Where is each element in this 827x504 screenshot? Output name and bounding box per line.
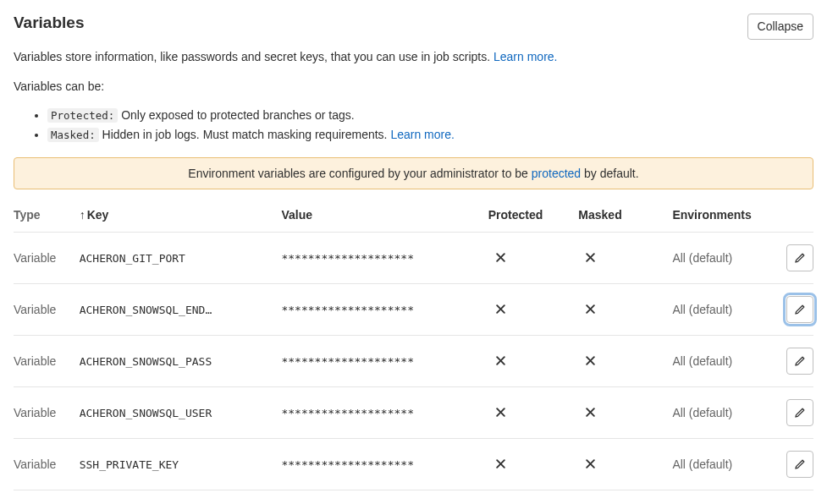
col-header-protected[interactable]: Protected: [488, 198, 579, 233]
col-header-actions: [776, 198, 813, 233]
protected-text: Only exposed to protected branches or ta…: [118, 108, 354, 122]
pencil-icon: [794, 407, 806, 419]
x-icon: [488, 406, 506, 420]
cell-protected: [488, 284, 579, 336]
x-icon: [578, 406, 596, 420]
page-title: Variables: [14, 14, 84, 32]
col-header-masked[interactable]: Masked: [578, 198, 672, 233]
cell-value: ********************: [281, 233, 488, 284]
value-text: ********************: [281, 407, 450, 419]
x-icon: [578, 303, 596, 317]
cell-actions: [776, 439, 813, 490]
cell-key: ACHERON_SNOWSQL_END…: [80, 284, 282, 336]
cell-actions: [776, 284, 813, 336]
cell-environments: All (default): [672, 233, 775, 284]
info-banner: Environment variables are configured by …: [14, 157, 813, 189]
cell-protected: [488, 336, 579, 387]
banner-suffix: by default.: [581, 167, 639, 180]
table-row: VariableACHERON_SNOWSQL_PASS************…: [14, 336, 813, 387]
cell-key: ACHERON_SNOWSQL_PASS: [80, 336, 282, 387]
cell-environments: All (default): [672, 387, 775, 439]
table-row: VariableACHERON_GIT_PORT****************…: [14, 233, 813, 284]
key-text: ACHERON_GIT_PORT: [80, 252, 249, 265]
x-icon: [578, 354, 596, 369]
edit-button[interactable]: [786, 399, 813, 426]
cell-environments: All (default): [672, 284, 775, 336]
banner-protected-link[interactable]: protected: [532, 167, 581, 180]
pencil-icon: [794, 304, 806, 315]
table-row: VariableSSH_PRIVATE_KEY*****************…: [14, 439, 813, 490]
cell-actions: [776, 233, 813, 284]
x-icon: [488, 354, 506, 369]
value-text: ********************: [281, 304, 450, 316]
key-text: ACHERON_SNOWSQL_PASS: [80, 355, 249, 368]
banner-prefix: Environment variables are configured by …: [188, 167, 531, 180]
edit-button[interactable]: [786, 451, 813, 478]
cell-type: Variable: [14, 387, 80, 439]
description-text: Variables store information, like passwo…: [14, 50, 493, 63]
learn-more-link[interactable]: Learn more.: [493, 50, 557, 63]
cell-masked: [578, 387, 672, 439]
x-icon: [488, 457, 506, 472]
pencil-icon: [794, 355, 806, 367]
value-text: ********************: [281, 252, 450, 265]
key-text: ACHERON_SNOWSQL_END…: [80, 304, 249, 316]
variables-can-be: Variables can be:: [14, 78, 813, 96]
pencil-icon: [794, 252, 806, 264]
cell-type: Variable: [14, 336, 80, 387]
masked-learn-more-link[interactable]: Learn more.: [390, 128, 454, 141]
cell-type: Variable: [14, 439, 80, 490]
cell-protected: [488, 233, 579, 284]
x-icon: [578, 457, 596, 472]
x-icon: [488, 251, 506, 266]
x-icon: [578, 251, 596, 266]
col-header-key[interactable]: ↑Key: [80, 198, 282, 233]
key-text: ACHERON_SNOWSQL_USER: [80, 407, 249, 419]
col-header-type[interactable]: Type: [14, 198, 80, 233]
edit-button[interactable]: [786, 348, 813, 375]
cell-protected: [488, 387, 579, 439]
cell-type: Variable: [14, 284, 80, 336]
cell-masked: [578, 284, 672, 336]
cell-masked: [578, 233, 672, 284]
pencil-icon: [794, 458, 806, 470]
edit-button[interactable]: [786, 296, 813, 323]
edit-button[interactable]: [786, 244, 813, 271]
table-row: VariableACHERON_SNOWSQL_END…************…: [14, 284, 813, 336]
description: Variables store information, like passwo…: [14, 48, 813, 66]
col-header-key-label: Key: [87, 208, 109, 222]
cell-value: ********************: [281, 284, 488, 336]
cell-value: ********************: [281, 439, 488, 490]
cell-masked: [578, 336, 672, 387]
protected-code: Protected:: [47, 108, 118, 123]
table-row: VariableACHERON_SNOWSQL_USER************…: [14, 387, 813, 439]
x-icon: [488, 303, 506, 317]
col-header-environments[interactable]: Environments: [672, 198, 775, 233]
cell-environments: All (default): [672, 439, 775, 490]
cell-key: ACHERON_GIT_PORT: [80, 233, 282, 284]
cell-actions: [776, 336, 813, 387]
cell-value: ********************: [281, 336, 488, 387]
cell-masked: [578, 439, 672, 490]
cell-value: ********************: [281, 387, 488, 439]
masked-text: Hidden in job logs. Must match masking r…: [99, 128, 391, 141]
value-text: ********************: [281, 355, 450, 368]
masked-code: Masked:: [47, 128, 99, 142]
col-header-value[interactable]: Value: [281, 198, 488, 233]
cell-type: Variable: [14, 233, 80, 284]
list-item-masked: Masked: Hidden in job logs. Must match m…: [47, 125, 813, 144]
cell-key: SSH_PRIVATE_KEY: [80, 439, 282, 490]
cell-key: ACHERON_SNOWSQL_USER: [80, 387, 282, 439]
cell-protected: [488, 439, 579, 490]
list-item-protected: Protected: Only exposed to protected bra…: [47, 106, 813, 124]
key-text: SSH_PRIVATE_KEY: [80, 458, 249, 471]
collapse-button[interactable]: Collapse: [747, 14, 813, 40]
variable-types-list: Protected: Only exposed to protected bra…: [14, 106, 813, 144]
cell-actions: [776, 387, 813, 439]
value-text: ********************: [281, 458, 450, 471]
variables-table: Type ↑Key Value Protected Masked Environ…: [14, 198, 813, 490]
cell-environments: All (default): [672, 336, 775, 387]
sort-ascending-icon: ↑: [80, 208, 85, 222]
